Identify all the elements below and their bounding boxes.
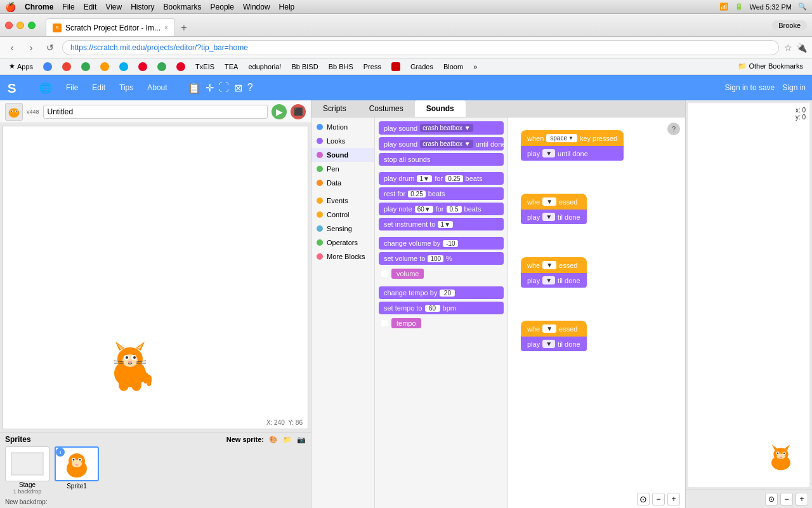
- cat-pen[interactable]: Pen: [311, 162, 374, 176]
- bookmark-d[interactable]: [115, 61, 132, 72]
- ws-key-dropdown-4[interactable]: ▼: [542, 324, 556, 333]
- search-icon[interactable]: 🔍: [798, 3, 807, 11]
- bookmark-bloom[interactable]: Bloom: [440, 62, 467, 72]
- bookmark-bb-bhs[interactable]: Bb BHS: [325, 62, 357, 72]
- stage-zoom-in[interactable]: +: [796, 493, 808, 505]
- ws-sound-dropdown-2[interactable]: ▼: [542, 213, 555, 221]
- tab-sounds[interactable]: Sounds: [415, 100, 466, 117]
- menu-file[interactable]: File: [62, 3, 74, 11]
- menu-window[interactable]: Window: [243, 3, 270, 11]
- ws-sound-dropdown-3[interactable]: ▼: [542, 276, 555, 284]
- help-tool[interactable]: ?: [247, 82, 253, 94]
- ws-block-hat-3[interactable]: whe ▼ essed: [521, 257, 587, 273]
- refresh-button[interactable]: ↺: [43, 41, 57, 55]
- bookmark-p[interactable]: [173, 61, 189, 72]
- block-play-sound[interactable]: play sound crash beatbox ▼: [379, 121, 504, 135]
- bookmark-star-icon[interactable]: ☆: [784, 43, 792, 53]
- ws-block-body-2[interactable]: play ▼ til done: [521, 210, 587, 224]
- block-play-drum[interactable]: play drum 1▼ for 0.25 beats: [379, 172, 504, 185]
- tempo-checkbox[interactable]: [381, 320, 388, 326]
- ws-block-body-1[interactable]: play ▼ until done: [521, 146, 624, 161]
- cat-data[interactable]: Data: [311, 176, 374, 190]
- bookmark-w[interactable]: [77, 61, 94, 72]
- bookmark-bb-bisd[interactable]: Bb BISD: [287, 62, 322, 72]
- menu-help[interactable]: Help: [279, 3, 295, 11]
- shrink-tool[interactable]: ⊠: [234, 82, 242, 94]
- signin-save[interactable]: Sign in to save: [725, 83, 775, 92]
- about-menu[interactable]: About: [141, 81, 173, 95]
- volume-checkbox[interactable]: [381, 271, 388, 277]
- green-flag-button[interactable]: ▶: [272, 104, 287, 119]
- ws-sound-dropdown-1[interactable]: ▼: [542, 149, 555, 157]
- forward-button[interactable]: ›: [24, 41, 38, 55]
- bookmark-grades[interactable]: Grades: [407, 62, 437, 72]
- block-set-instrument[interactable]: set instrument to 1▼: [379, 218, 504, 231]
- cat-motion[interactable]: Motion: [311, 120, 374, 134]
- zoom-out-button[interactable]: −: [652, 493, 665, 505]
- cat-events[interactable]: Events: [311, 194, 374, 208]
- block-play-sound-until-done[interactable]: play sound crash beatbox ▼ until done: [379, 137, 504, 150]
- chrome-extension-icon[interactable]: 🔌: [796, 43, 807, 53]
- block-play-note[interactable]: play note 60▼ for 0.5 beats: [379, 203, 504, 215]
- minimize-window-button[interactable]: [16, 22, 24, 29]
- move-tool[interactable]: ✛: [206, 82, 214, 94]
- cat-sound[interactable]: Sound: [311, 148, 374, 162]
- maximize-window-button[interactable]: [28, 22, 36, 29]
- bookmark-g2[interactable]: [58, 61, 75, 72]
- bookmark-euphoria[interactable]: eduphoria!: [244, 62, 285, 72]
- edit-menu[interactable]: Edit: [86, 81, 112, 95]
- close-window-button[interactable]: [5, 22, 13, 29]
- ws-block-hat-2[interactable]: whe ▼ essed: [521, 194, 587, 210]
- grow-tool[interactable]: ⛶: [219, 82, 229, 94]
- copy-tool[interactable]: 📋: [188, 82, 200, 94]
- cat-more-blocks[interactable]: More Blocks: [311, 250, 374, 264]
- bookmark-x[interactable]: [388, 61, 404, 72]
- stage-zoom-reset[interactable]: ⊙: [765, 493, 778, 505]
- bookmark-apps[interactable]: ★Apps: [5, 61, 37, 72]
- browser-tab[interactable]: S Scratch Project Editor - Im... ×: [46, 18, 175, 36]
- bookmark-r[interactable]: [154, 61, 170, 72]
- tab-scripts[interactable]: Scripts: [311, 100, 358, 117]
- user-account[interactable]: Brooke: [772, 20, 807, 30]
- block-change-tempo[interactable]: change tempo by 20: [379, 286, 504, 299]
- ws-block-body-4[interactable]: play ▼ til done: [521, 337, 587, 351]
- bookmark-tea[interactable]: TEA: [221, 62, 242, 72]
- menu-chrome[interactable]: Chrome: [25, 3, 53, 11]
- menu-bookmarks[interactable]: Bookmarks: [164, 3, 202, 11]
- new-sprite-from-file[interactable]: 📁: [283, 436, 292, 444]
- cat-looks[interactable]: Looks: [311, 134, 374, 148]
- ws-key-dropdown-2[interactable]: ▼: [542, 197, 556, 206]
- menu-view[interactable]: View: [105, 3, 122, 11]
- block-volume-checkbox[interactable]: volume: [379, 267, 504, 280]
- project-title-input[interactable]: [43, 105, 268, 119]
- block-change-volume[interactable]: change volume by -10: [379, 237, 504, 250]
- ws-key-dropdown-3[interactable]: ▼: [542, 261, 556, 269]
- bookmark-a[interactable]: [96, 61, 113, 72]
- back-button[interactable]: ‹: [5, 41, 19, 55]
- menu-history[interactable]: History: [131, 3, 154, 11]
- block-set-tempo[interactable]: set tempo to 60 bpm: [379, 302, 504, 314]
- cat-operators[interactable]: Operators: [311, 236, 374, 250]
- tab-close-button[interactable]: ×: [164, 24, 168, 31]
- new-tab-button[interactable]: +: [175, 21, 193, 35]
- bookmark-txeis[interactable]: TxEIS: [192, 62, 218, 72]
- block-stop-all-sounds[interactable]: stop all sounds: [379, 153, 504, 166]
- workspace-help-icon[interactable]: ?: [667, 123, 680, 135]
- new-sprite-camera[interactable]: 📷: [297, 436, 306, 444]
- key-dropdown-trigger[interactable]: space ▼: [546, 134, 577, 142]
- zoom-in-button[interactable]: +: [667, 493, 680, 505]
- address-input[interactable]: [62, 40, 779, 55]
- ws-block-hat-4[interactable]: whe ▼ essed: [521, 321, 587, 337]
- bookmark-other[interactable]: 📁 Other Bookmarks: [734, 61, 807, 72]
- bookmark-press[interactable]: Press: [360, 62, 385, 72]
- ws-block-hat-1[interactable]: when space ▼ key pressed: [521, 130, 624, 146]
- cat-sensing[interactable]: Sensing: [311, 222, 374, 236]
- bookmark-more[interactable]: »: [469, 62, 481, 72]
- bookmark-g1[interactable]: [39, 61, 56, 72]
- apple-menu[interactable]: 🍎: [5, 2, 16, 12]
- tab-costumes[interactable]: Costumes: [358, 100, 415, 117]
- block-rest-for[interactable]: rest for 0.25 beats: [379, 187, 504, 200]
- zoom-reset-button[interactable]: ⊙: [637, 493, 650, 505]
- menu-people[interactable]: People: [211, 3, 234, 11]
- stage-zoom-out[interactable]: −: [780, 493, 793, 505]
